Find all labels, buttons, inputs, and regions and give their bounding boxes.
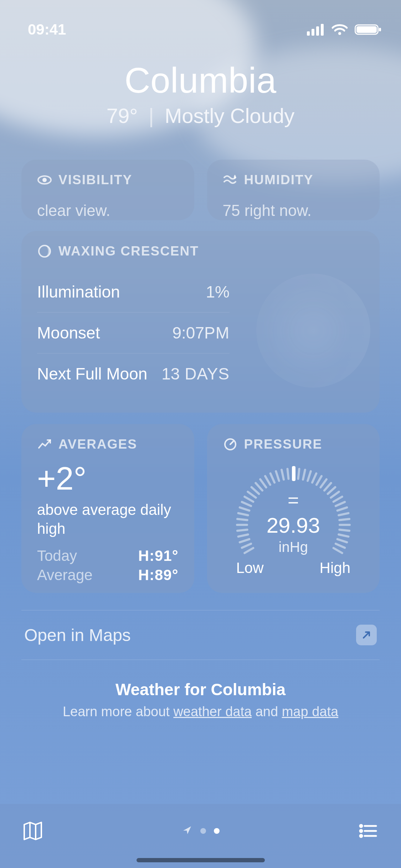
svg-point-55 [360,825,362,827]
attribution-prefix: Learn more about [63,704,174,719]
moon-row-illumination: Illumination 1% [37,272,230,312]
home-indicator[interactable] [137,858,265,862]
status-bar: 09:41 [0,0,401,46]
humidity-card[interactable]: HUMIDITY 75 right now. [207,160,380,220]
averages-table: Today H:91° Average H:89° [37,547,179,584]
svg-line-40 [324,483,331,491]
averages-title: AVERAGES [58,437,137,452]
svg-rect-6 [356,26,377,33]
current-temp: 79° [107,104,138,127]
location-arrow-icon [182,825,192,837]
averages-card[interactable]: AVERAGES +2° above average daily high To… [21,424,194,593]
wifi-icon [331,24,348,36]
svg-line-36 [308,471,311,481]
svg-rect-54 [292,466,295,481]
pressure-trend: = [223,490,364,510]
svg-point-4 [338,32,341,35]
avg-today-value: H:91° [138,547,179,564]
attribution-title: Weather for Columbia [0,680,401,699]
city-name: Columbia [0,60,401,101]
current-condition: Mostly Cloudy [165,104,294,127]
page-indicator[interactable] [182,825,220,837]
open-in-maps-label: Open in Maps [24,625,131,645]
moon-row-nextfull: Next Full Moon 13 DAYS [37,353,230,394]
svg-line-12 [230,441,233,444]
visibility-card[interactable]: VISIBILITY clear view. [21,160,194,220]
svg-rect-0 [307,31,310,36]
visibility-clipped-text: clear view. [37,202,179,219]
current-summary: 79° | Mostly Cloudy [0,104,401,128]
pressure-value: 29.93 [223,513,364,538]
status-right [307,24,382,36]
svg-line-28 [265,476,270,485]
visibility-title: VISIBILITY [58,172,132,187]
svg-line-30 [276,471,279,481]
gauge-icon [223,437,238,452]
svg-point-59 [360,835,362,837]
moon-next-value: 13 DAYS [161,364,230,383]
svg-point-57 [360,830,362,832]
svg-line-26 [256,483,262,491]
svg-rect-2 [316,26,319,36]
location-header: Columbia 79° | Mostly Cloudy [0,46,401,128]
svg-line-32 [287,469,288,479]
humidity-clipped-text: 75 right now. [223,202,364,219]
avg-avg-value: H:89° [138,567,179,584]
moon-illum-value: 1% [206,282,230,301]
svg-point-9 [42,178,47,182]
moon-title: WAXING CRESCENT [58,244,199,259]
summary-separator: | [144,104,159,127]
svg-rect-3 [321,24,324,36]
weather-data-link[interactable]: weather data [173,704,252,719]
chart-up-icon [37,437,52,452]
page-dot-active [214,828,220,834]
moon-set-value: 9:07PM [172,323,230,342]
humidity-icon [223,172,238,187]
svg-line-35 [303,470,305,480]
moon-illum-label: Illumination [37,282,120,301]
pressure-high-label: High [320,559,350,577]
map-data-link[interactable]: map data [282,704,338,719]
moon-graphic [256,274,370,388]
averages-delta: +2° [37,460,179,497]
status-time: 09:41 [28,21,66,38]
svg-line-37 [312,474,316,483]
list-icon[interactable] [356,819,380,843]
page-dot [200,828,206,834]
pressure-low-label: Low [236,559,264,577]
svg-line-39 [320,479,327,487]
svg-line-29 [270,474,274,483]
moon-card[interactable]: WAXING CRESCENT Illumination 1% Moonset … [21,231,380,413]
pressure-unit: inHg [223,539,364,555]
moon-set-label: Moonset [37,323,100,342]
averages-text: above average daily high [37,501,179,538]
svg-rect-1 [312,29,314,36]
map-icon[interactable] [21,819,45,843]
open-external-icon [356,625,377,645]
attribution-mid: and [252,704,282,719]
battery-icon [355,24,382,36]
avg-today-label: Today [37,547,128,564]
attribution: Weather for Columbia Learn more about we… [0,680,401,719]
humidity-title: HUMIDITY [244,172,314,187]
pressure-title: PRESSURE [244,437,323,452]
moon-phase-icon [37,244,52,259]
svg-line-38 [317,476,322,485]
svg-line-34 [298,469,299,479]
pressure-gauge: = 29.93 inHg Low High [223,455,364,577]
bottom-toolbar [0,804,401,868]
svg-line-27 [260,479,266,487]
svg-line-31 [282,470,284,480]
eye-icon [37,172,52,187]
cellular-icon [307,24,325,36]
svg-rect-7 [379,28,381,31]
avg-avg-label: Average [37,567,128,584]
open-in-maps-row[interactable]: Open in Maps [21,610,380,660]
moon-row-moonset: Moonset 9:07PM [37,312,230,353]
moon-next-label: Next Full Moon [37,364,147,383]
pressure-card[interactable]: PRESSURE = 29.93 inHg Low [207,424,380,593]
